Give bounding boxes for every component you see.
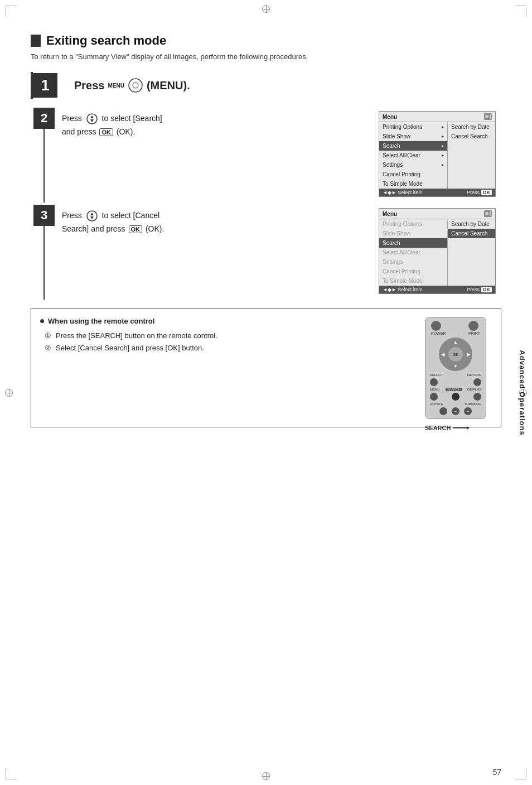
intro-text: To return to a "Summary View" display of… bbox=[31, 52, 501, 61]
main-content: Exiting search mode To return to a "Summ… bbox=[31, 33, 501, 752]
remote-note-list: ① Press the [SEARCH] button on the remot… bbox=[40, 330, 408, 354]
reg-mark-left bbox=[3, 387, 14, 398]
section-title: Exiting search mode bbox=[46, 33, 166, 48]
corner-mark-tl bbox=[6, 6, 17, 17]
rotate-btn bbox=[439, 407, 447, 415]
svg-point-0 bbox=[129, 79, 142, 92]
svg-point-1 bbox=[133, 83, 138, 88]
plus-btn: + bbox=[464, 407, 472, 415]
reg-mark-top bbox=[260, 3, 272, 15]
corner-mark-br bbox=[515, 768, 526, 779]
power-btn bbox=[431, 321, 441, 331]
svg-marker-9 bbox=[90, 213, 94, 215]
step2-menu-footer-text: ◄◆► Select item bbox=[383, 190, 423, 195]
step1-number: 1 bbox=[33, 73, 57, 98]
svg-point-6 bbox=[485, 115, 489, 118]
svg-marker-15 bbox=[467, 426, 470, 430]
step3-menu-right-search-date: Search by Date bbox=[448, 219, 495, 229]
step3-menu-footer-ok: OK bbox=[481, 287, 492, 292]
step2-menu-item-slideshow: Slide Show ▸ bbox=[379, 132, 447, 141]
svg-rect-7 bbox=[490, 114, 491, 119]
step3-text: Press to select [Cancel Search] and pres… bbox=[62, 208, 372, 236]
step3-menu-item-printing: Printing Options bbox=[379, 219, 447, 229]
step3-menu-right-cancel-search: Cancel Search bbox=[448, 229, 495, 238]
remote-nav: ▲ ▼ ◀ ▶ OK bbox=[439, 338, 472, 371]
page-number: 57 bbox=[492, 768, 501, 777]
return-btn bbox=[473, 378, 481, 386]
select-label: SELECT bbox=[430, 373, 443, 377]
corner-mark-bl bbox=[6, 768, 17, 779]
step3-menu-screenshot: Menu Printing Options Slide Show Search … bbox=[379, 208, 496, 294]
step3-nav-icon bbox=[86, 210, 98, 222]
select-btn bbox=[430, 378, 438, 386]
search-label: SEARCH bbox=[425, 425, 470, 431]
step2-ok-badge: OK bbox=[99, 128, 113, 136]
display-btn bbox=[473, 393, 481, 401]
remote-note-box: When using the remote control ① Press th… bbox=[31, 309, 501, 427]
svg-point-8 bbox=[87, 211, 97, 221]
svg-marker-10 bbox=[90, 216, 94, 219]
svg-marker-4 bbox=[90, 119, 94, 122]
step3-line bbox=[43, 226, 45, 300]
step2-menu-right-search-date: Search by Date bbox=[448, 122, 495, 132]
step1-menu-superscript: MENU bbox=[108, 83, 124, 89]
remote-note-item-2: ② Select [Cancel Search] and press [OK] … bbox=[45, 342, 408, 354]
corner-mark-tr bbox=[515, 6, 526, 17]
step3-menu-item-cancel-printing: Cancel Printing bbox=[379, 267, 447, 276]
section-title-bar: Exiting search mode bbox=[31, 33, 501, 48]
print-btn bbox=[468, 321, 478, 331]
step2-line bbox=[43, 129, 45, 203]
step2-text: Press to select [Search] and press OK (O… bbox=[62, 111, 372, 139]
reg-mark-bottom bbox=[260, 770, 272, 782]
step3-menu-item-simple: To Simple Mode bbox=[379, 276, 447, 286]
svg-rect-13 bbox=[490, 211, 491, 216]
remote-note-title: When using the remote control bbox=[40, 317, 408, 325]
step2-menu-footer-ok: OK bbox=[481, 190, 492, 195]
step2-number: 2 bbox=[33, 108, 55, 129]
step2-menu-item-search: Search ▸ bbox=[379, 141, 447, 151]
step2-menu-item-select: Select All/Clear ▸ bbox=[379, 151, 447, 160]
bullet-icon bbox=[40, 319, 44, 323]
menu-button-icon bbox=[128, 78, 143, 93]
step2-menu-item-settings: Settings ▸ bbox=[379, 160, 447, 170]
remote-note-text-block: When using the remote control ① Press th… bbox=[40, 317, 408, 354]
step3-menu-item-slideshow: Slide Show bbox=[379, 229, 447, 238]
step2-menu-item-cancel-printing: Cancel Printing bbox=[379, 170, 447, 179]
step3-number: 3 bbox=[33, 205, 55, 226]
svg-point-2 bbox=[87, 114, 97, 124]
step3-menu-item-select: Select All/Clear. bbox=[379, 248, 447, 257]
step3-menu-item-settings: Settings bbox=[379, 257, 447, 267]
title-accent bbox=[31, 35, 41, 47]
step2-menu-item-simple: To Simple Mode bbox=[379, 179, 447, 189]
step2-menu-item-printing: Printing Options ▸ bbox=[379, 122, 447, 132]
step2-menu-screenshot: Menu Printing Options ▸ Slide Show ▸ Sea… bbox=[379, 111, 496, 197]
step3-menu-item-search: Search bbox=[379, 238, 447, 248]
remote-control-image: POWER PRINT ▲ ▼ ◀ ▶ OK bbox=[419, 317, 492, 419]
ok-center-btn: OK bbox=[448, 347, 463, 362]
minus-btn: − bbox=[452, 407, 460, 415]
menu-btn bbox=[430, 393, 438, 401]
return-label: RETURN bbox=[467, 373, 481, 377]
step2-nav-icon bbox=[86, 113, 98, 125]
svg-point-12 bbox=[485, 212, 489, 215]
remote-note-item-1: ① Press the [SEARCH] button on the remot… bbox=[45, 330, 408, 342]
sidebar-label: Advanced Operations bbox=[518, 350, 526, 435]
step3-ok-badge: OK bbox=[129, 225, 143, 233]
svg-marker-3 bbox=[90, 115, 94, 118]
search-btn-label: SEARCH bbox=[446, 388, 462, 391]
step1-press-text: Press bbox=[74, 79, 105, 92]
step2-menu-right-cancel-search: Cancel Search bbox=[448, 132, 495, 141]
search-btn bbox=[452, 393, 460, 401]
step1-menu-label: (MENU). bbox=[147, 79, 190, 92]
step3-menu-footer-text: ◄◆► Select item bbox=[383, 287, 423, 292]
